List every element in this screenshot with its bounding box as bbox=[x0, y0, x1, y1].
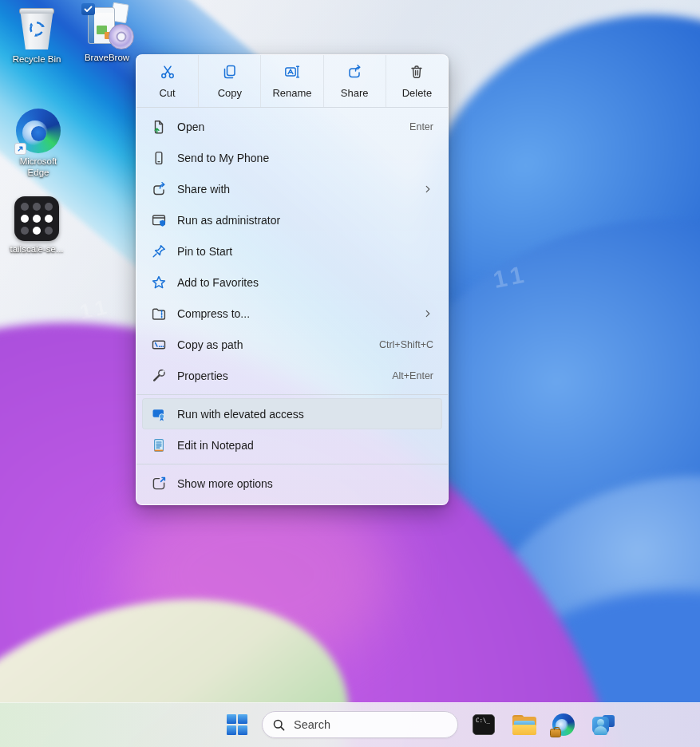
menu-item-open[interactable]: Open Enter bbox=[142, 111, 442, 142]
menu-item-shortcut: Ctrl+Shift+C bbox=[379, 339, 433, 350]
menu-item-add-to-favorites[interactable]: Add to Favorites bbox=[142, 267, 442, 298]
menu-item-label: Copy as path bbox=[177, 338, 369, 351]
menu-item-label: Compress to... bbox=[177, 307, 412, 320]
taskbar-file-explorer-button[interactable] bbox=[512, 713, 535, 736]
toolbar-label: Delete bbox=[402, 87, 433, 99]
search-input[interactable] bbox=[294, 718, 429, 731]
menu-item-label: Pin to Start bbox=[177, 245, 433, 258]
chevron-right-icon bbox=[422, 184, 433, 195]
terminal-icon: C:\_ bbox=[473, 714, 495, 735]
recycle-symbol-icon bbox=[27, 19, 46, 38]
show-more-options-icon bbox=[151, 476, 167, 492]
copy-button[interactable]: Copy bbox=[199, 55, 261, 107]
zip-folder-icon bbox=[151, 306, 167, 322]
menu-item-label: Run with elevated access bbox=[177, 408, 433, 421]
taskbar-search-box[interactable] bbox=[262, 711, 458, 738]
taskbar-user-app-button[interactable] bbox=[592, 713, 615, 736]
notepad-icon bbox=[151, 437, 167, 453]
toolbar-label: Rename bbox=[272, 87, 311, 99]
desktop-icon-brave-installer[interactable]: BraveBrow bbox=[72, 3, 142, 64]
menu-item-label: Properties bbox=[177, 370, 382, 382]
share-icon bbox=[346, 64, 362, 83]
delete-button[interactable]: Delete bbox=[386, 55, 448, 107]
menu-item-label: Open bbox=[177, 121, 399, 133]
admin-shield-icon bbox=[151, 212, 167, 228]
delete-icon bbox=[409, 64, 425, 83]
menu-item-send-to-my-phone[interactable]: Send to My Phone bbox=[142, 142, 442, 173]
tailscale-logo-icon bbox=[14, 196, 59, 241]
menu-separator bbox=[136, 394, 448, 395]
menu-item-label: Run as administrator bbox=[177, 214, 433, 227]
cut-button[interactable]: Cut bbox=[136, 55, 199, 107]
terminal-prompt-text: C:\_ bbox=[476, 717, 490, 724]
copy-icon bbox=[222, 64, 238, 83]
user-app-icon bbox=[592, 713, 615, 736]
menu-item-properties[interactable]: Properties Alt+Enter bbox=[142, 360, 442, 391]
phone-icon bbox=[151, 150, 167, 166]
taskbar-terminal-button[interactable]: C:\_ bbox=[473, 713, 495, 736]
elevated-access-icon bbox=[151, 406, 167, 422]
desktop-screen: 11 11 Recycle Bin bbox=[0, 0, 700, 747]
star-icon bbox=[151, 275, 167, 290]
toolbar-label: Copy bbox=[218, 87, 242, 99]
cut-icon bbox=[160, 64, 176, 83]
menu-item-shortcut: Enter bbox=[409, 121, 433, 132]
cd-disc-icon bbox=[109, 24, 134, 49]
toolbar-label: Share bbox=[341, 87, 369, 99]
menu-item-compress-to[interactable]: Compress to... bbox=[142, 298, 442, 329]
menu-item-label: Share with bbox=[177, 183, 412, 196]
desktop-icon-label: Recycle Bin bbox=[13, 54, 61, 65]
file-explorer-icon bbox=[512, 715, 535, 735]
menu-item-pin-to-start[interactable]: Pin to Start bbox=[142, 235, 442, 267]
desktop-icon-microsoft-edge[interactable]: Microsoft Edge bbox=[3, 109, 73, 179]
menu-item-run-as-administrator[interactable]: Run as administrator bbox=[142, 204, 442, 235]
toolbar-label: Cut bbox=[159, 87, 175, 99]
share-with-icon bbox=[151, 181, 167, 197]
recycle-bin-icon bbox=[15, 6, 58, 51]
menu-item-label: Show more options bbox=[177, 477, 433, 490]
desktop-icon-label: BraveBrow bbox=[85, 53, 129, 64]
menu-item-copy-as-path[interactable]: Copy as path Ctrl+Shift+C bbox=[142, 329, 442, 360]
menu-item-label: Add to Favorites bbox=[177, 276, 433, 289]
desktop-icon-recycle-bin[interactable]: Recycle Bin bbox=[2, 6, 72, 65]
rename-icon bbox=[284, 64, 300, 83]
menu-item-show-more-options[interactable]: Show more options bbox=[142, 468, 442, 499]
selected-checkbox-icon bbox=[81, 3, 95, 15]
menu-item-label: Send to My Phone bbox=[177, 152, 433, 164]
start-button[interactable] bbox=[226, 713, 248, 736]
menu-item-share-with[interactable]: Share with bbox=[142, 173, 442, 204]
context-menu-toolbar: Cut Copy Rename bbox=[136, 55, 448, 108]
windows-logo-icon bbox=[227, 714, 247, 735]
edge-logo-icon bbox=[552, 713, 575, 736]
share-button[interactable]: Share bbox=[324, 55, 386, 107]
copy-path-icon bbox=[151, 337, 167, 353]
rename-button[interactable]: Rename bbox=[261, 55, 323, 107]
open-icon bbox=[151, 119, 167, 135]
desktop-icon-label: tailscale-se... bbox=[10, 244, 63, 255]
menu-item-edit-in-notepad[interactable]: Edit in Notepad bbox=[142, 429, 442, 460]
menu-item-label: Edit in Notepad bbox=[177, 439, 433, 452]
context-menu: Cut Copy Rename bbox=[136, 54, 449, 505]
search-icon bbox=[272, 718, 286, 732]
desktop-icon-label: Microsoft Edge bbox=[10, 156, 66, 179]
desktop-icon-tailscale[interactable]: tailscale-se... bbox=[2, 196, 72, 255]
wrench-icon bbox=[151, 368, 167, 384]
briefcase-badge-icon bbox=[550, 729, 561, 737]
taskbar-edge-button[interactable] bbox=[552, 713, 575, 736]
context-menu-list: Open Enter Send to My Phone Share with bbox=[136, 108, 448, 499]
pin-icon bbox=[151, 243, 167, 259]
menu-item-run-with-elevated-access[interactable]: Run with elevated access bbox=[142, 398, 442, 429]
menu-separator bbox=[136, 464, 448, 464]
shortcut-arrow-badge-icon bbox=[14, 143, 26, 155]
chevron-right-icon bbox=[422, 308, 433, 319]
installer-box-icon bbox=[80, 3, 134, 49]
menu-item-shortcut: Alt+Enter bbox=[392, 370, 433, 381]
